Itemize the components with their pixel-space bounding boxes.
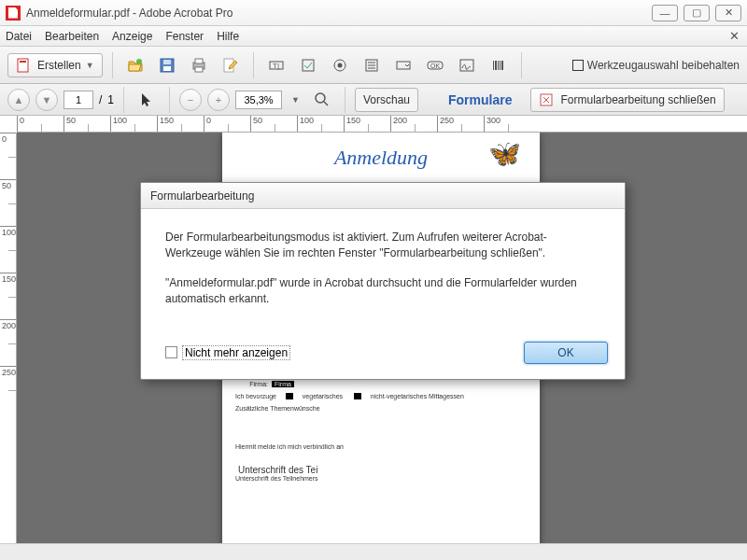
folder-open-icon [127,57,144,74]
menubar-close-icon[interactable]: ✕ [726,29,741,44]
ruler-horizontal: 050100150050100150200250300 [17,116,747,133]
signature-icon [458,57,475,74]
svg-rect-4 [163,60,171,64]
menu-file[interactable]: Datei [6,30,32,43]
svg-rect-7 [195,59,203,63]
butterfly-icon: 🦋 [488,138,521,169]
page-number-input[interactable] [63,91,93,109]
dont-show-checkbox[interactable] [165,346,177,358]
svg-text:OK: OK [430,63,440,69]
radio-tool[interactable] [327,53,353,77]
form-editing-dialog: Formularbearbeitung Der Formularbearbeit… [140,182,626,380]
dropdown-tool[interactable] [390,53,416,77]
field-nonveg-check[interactable] [354,393,361,399]
next-page-button[interactable]: ▼ [35,89,58,111]
magnifier-icon [314,91,331,108]
floppy-icon [159,57,176,74]
cursor-icon [138,91,155,108]
doc-heading: Anmeldung [235,146,527,170]
svg-point-2 [136,59,142,64]
dont-show-label: Nicht mehr anzeigen [182,345,290,360]
zoom-dropdown-icon[interactable]: ▼ [288,95,303,105]
svg-text:T|: T| [273,62,279,70]
svg-rect-24 [495,61,497,70]
pencil-page-icon [222,57,239,74]
acrobat-icon [6,6,21,21]
close-form-editing-button[interactable]: Formularbearbeitung schließen [530,88,724,112]
barcode-icon [490,57,507,74]
svg-rect-1 [20,61,26,63]
zoom-out-button[interactable]: − [179,89,202,111]
svg-rect-27 [501,61,503,70]
dropdown-icon [395,57,412,74]
open-button[interactable] [122,53,148,77]
select-tool[interactable] [134,88,160,112]
status-bar [0,543,747,560]
checkbox-icon [300,57,317,74]
list-tool[interactable] [359,53,385,77]
print-button[interactable] [186,53,212,77]
minimize-button[interactable]: — [652,5,678,21]
svg-rect-12 [303,60,314,71]
create-label: Erstellen [37,59,81,72]
barcode-tool[interactable] [486,53,512,77]
nav-toolbar: ▲ ▼ / 1 − + 35,3% ▼ Vorschau Formulare F… [0,84,747,116]
dialog-para2: "Anmeldeformular.pdf" wurde in Acrobat d… [165,275,600,308]
prev-page-button[interactable]: ▲ [7,89,30,111]
dialog-para1: Der Formularbearbeitungsmodus ist aktivi… [165,230,600,262]
text-field-icon: T| [268,57,285,74]
svg-rect-25 [498,61,499,70]
ok-button-icon: OK [427,57,444,74]
keep-tool-checkbox[interactable] [572,60,584,71]
field-veg-check[interactable] [286,393,293,399]
keep-tool-label: Werkzeugauswahl beibehalten [587,59,740,72]
edit-button[interactable] [218,53,244,77]
dialog-title: Formularbearbeitung [141,183,625,209]
save-button[interactable] [154,53,180,77]
svg-rect-23 [493,61,494,70]
svg-rect-8 [195,67,203,72]
ruler-vertical: 050100150200250 [0,133,17,543]
checkbox-tool[interactable] [295,53,321,77]
svg-line-29 [324,102,328,105]
field-firma[interactable]: Firma [272,381,294,387]
menubar: Datei Bearbeiten Anzeige Fenster Hilfe ✕ [0,26,747,47]
main-toolbar: Erstellen ▼ T| OK Werkzeugauswahl beibeh… [0,47,747,84]
zoom-tool[interactable] [309,88,335,112]
menu-view[interactable]: Anzeige [112,30,152,43]
menu-edit[interactable]: Bearbeiten [45,30,99,43]
menu-help[interactable]: Hilfe [217,30,239,43]
radio-icon [331,57,348,74]
zoom-level[interactable]: 35,3% [235,91,282,109]
menu-window[interactable]: Fenster [165,30,204,43]
page-total: 1 [107,93,114,106]
svg-point-28 [316,93,325,103]
close-button[interactable]: ✕ [715,5,741,21]
list-icon [363,57,380,74]
svg-point-14 [337,63,342,67]
printer-icon [190,57,207,74]
window-title: Anmeldeformular.pdf - Adobe Acrobat Pro [26,7,233,20]
forms-mode-label: Formulare [448,92,512,107]
window-titlebar: Anmeldeformular.pdf - Adobe Acrobat Pro … [0,0,747,26]
maximize-button[interactable]: ▢ [684,5,710,21]
dropdown-arrow-icon: ▼ [86,61,94,70]
create-pdf-icon [16,57,33,74]
text-field-tool[interactable]: T| [263,53,289,77]
create-button[interactable]: Erstellen ▼ [7,53,103,77]
button-tool[interactable]: OK [422,53,448,77]
svg-rect-26 [500,61,500,70]
zoom-in-button[interactable]: + [207,89,230,111]
close-form-icon [539,91,556,108]
preview-button[interactable]: Vorschau [355,88,418,112]
ok-button[interactable]: OK [524,342,608,364]
signature-tool[interactable] [454,53,480,77]
sig-caption: Unterschrift des Teilnehmers [235,475,527,482]
svg-rect-5 [163,66,171,71]
page-sep: / [99,93,102,106]
